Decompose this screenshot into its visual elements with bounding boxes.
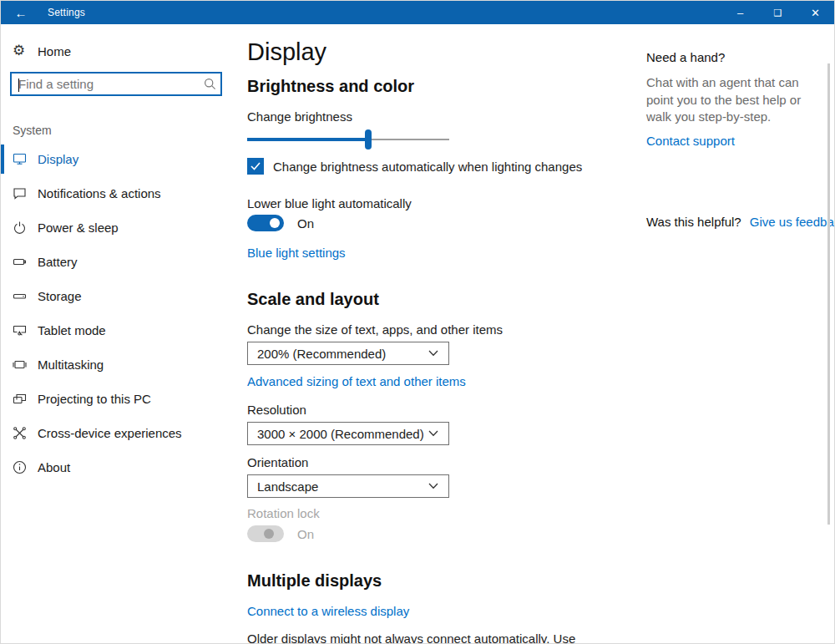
sidebar-item-label: Projecting to this PC [38, 392, 151, 406]
home-label: Home [38, 44, 71, 58]
back-arrow-icon: ← [15, 6, 28, 20]
sidebar-item-label: About [38, 460, 70, 474]
close-button[interactable]: ✕ [797, 1, 834, 24]
scaling-dropdown[interactable]: 200% (Recommended) [247, 342, 449, 365]
sidebar-item-label: Display [38, 152, 78, 166]
multitasking-icon [13, 357, 27, 372]
section-brightness-title: Brightness and color [247, 77, 414, 96]
display-icon [13, 152, 27, 166]
toggle-knob [270, 218, 280, 228]
rotation-lock-toggle [247, 525, 284, 542]
blue-light-settings-link[interactable]: Blue light settings [247, 246, 346, 260]
rotation-lock-state: On [297, 527, 314, 541]
blue-light-toggle-row[interactable]: On [247, 215, 314, 231]
window-title: Settings [48, 7, 85, 18]
sidebar-item-multitasking[interactable]: Multitasking [1, 347, 243, 382]
help-body: Chat with an agent that can point you to… [646, 74, 817, 126]
chevron-down-icon [428, 430, 438, 437]
vertical-scrollbar[interactable] [827, 63, 830, 525]
feedback-prompt: Was this helpful? [646, 215, 741, 229]
blue-light-label: Lower blue light automatically [247, 196, 412, 210]
settings-window: ← Settings – ❑ ✕ ⚙ Home System [0, 0, 835, 644]
close-icon: ✕ [811, 7, 820, 19]
sidebar-item-label: Cross-device experiences [38, 426, 182, 440]
maximize-icon: ❑ [774, 8, 782, 18]
help-title: Need a hand? [646, 50, 817, 64]
blue-light-toggle[interactable] [247, 215, 284, 231]
sidebar-item-storage[interactable]: Storage [1, 279, 243, 313]
sidebar-item-notifications[interactable]: Notifications & actions [1, 176, 243, 210]
minimize-button[interactable]: – [721, 1, 759, 24]
chevron-down-icon [428, 483, 438, 489]
battery-icon [13, 255, 27, 269]
wireless-display-link[interactable]: Connect to a wireless display [247, 604, 409, 618]
give-feedback-link[interactable]: Give us feedback [750, 215, 835, 229]
search-icon[interactable] [199, 78, 220, 90]
sidebar: ⚙ Home System Display No [1, 24, 243, 643]
sidebar-item-label: Tablet mode [38, 323, 106, 337]
contact-support-link[interactable]: Contact support [646, 134, 735, 148]
sidebar-item-about[interactable]: About [1, 450, 243, 484]
sidebar-item-cross-device[interactable]: Cross-device experiences [1, 416, 243, 450]
scaling-value: 200% (Recommended) [257, 347, 386, 361]
brightness-slider-thumb[interactable] [365, 129, 372, 150]
back-button[interactable]: ← [1, 1, 41, 24]
sidebar-item-label: Storage [38, 289, 82, 303]
minimize-icon: – [737, 7, 743, 19]
sidebar-item-power-sleep[interactable]: Power & sleep [1, 210, 243, 245]
auto-brightness-checkbox-row[interactable]: Change brightness automatically when lig… [247, 158, 582, 175]
sidebar-item-tablet-mode[interactable]: Tablet mode [1, 313, 243, 347]
orientation-label: Orientation [247, 455, 308, 469]
tablet-icon [13, 323, 27, 337]
about-icon [13, 460, 27, 474]
sidebar-item-home[interactable]: ⚙ Home [1, 38, 71, 63]
notifications-icon [13, 186, 27, 200]
window-controls: – ❑ ✕ [721, 1, 834, 24]
sidebar-section-system: System [13, 124, 52, 137]
selected-indicator [1, 145, 4, 174]
search-input[interactable] [12, 74, 199, 94]
titlebar: ← Settings – ❑ ✕ [1, 1, 834, 24]
resolution-label: Resolution [247, 403, 306, 417]
auto-brightness-label: Change brightness automatically when lig… [273, 160, 582, 174]
checkbox-checked-icon[interactable] [247, 158, 264, 175]
projecting-icon [13, 392, 27, 406]
sidebar-item-label: Battery [38, 255, 78, 269]
main-content: Display Brightness and color Change brig… [247, 24, 623, 643]
sidebar-nav: Display Notifications & actions Power & … [1, 142, 243, 484]
rotation-lock-label: Rotation lock [247, 506, 320, 520]
power-icon [13, 221, 27, 235]
brightness-slider[interactable] [247, 129, 449, 150]
scaling-label: Change the size of text, apps, and other… [247, 322, 503, 337]
gear-icon: ⚙ [13, 44, 26, 58]
sidebar-item-battery[interactable]: Battery [1, 245, 243, 279]
detect-text: Older displays might not always connect … [247, 631, 581, 644]
rotation-lock-toggle-row: On [247, 525, 314, 542]
sidebar-item-label: Multitasking [38, 357, 104, 372]
search-box[interactable] [10, 72, 222, 96]
brightness-slider-label: Change brightness [247, 109, 352, 124]
sidebar-item-label: Notifications & actions [38, 186, 161, 200]
orientation-value: Landscape [257, 479, 318, 494]
cross-device-icon [13, 426, 27, 440]
section-scale-title: Scale and layout [247, 290, 379, 309]
maximize-button[interactable]: ❑ [759, 1, 797, 24]
help-panel: Need a hand? Chat with an agent that can… [646, 50, 817, 149]
advanced-sizing-link[interactable]: Advanced sizing of text and other items [247, 374, 466, 388]
section-multiple-displays-title: Multiple displays [247, 571, 382, 591]
resolution-value: 3000 × 2000 (Recommended) [257, 427, 424, 441]
brightness-slider-fill [247, 138, 368, 141]
toggle-knob [264, 529, 274, 539]
sidebar-item-label: Power & sleep [38, 221, 119, 235]
blue-light-state: On [297, 216, 314, 231]
resolution-dropdown[interactable]: 3000 × 2000 (Recommended) [247, 422, 449, 445]
orientation-dropdown[interactable]: Landscape [247, 474, 449, 498]
chevron-down-icon [428, 350, 438, 357]
sidebar-item-projecting[interactable]: Projecting to this PC [1, 382, 243, 416]
feedback-row: Was this helpful? Give us feedback [646, 215, 822, 229]
sidebar-item-display[interactable]: Display [1, 142, 243, 176]
page-title: Display [247, 38, 326, 66]
storage-icon [13, 289, 27, 303]
